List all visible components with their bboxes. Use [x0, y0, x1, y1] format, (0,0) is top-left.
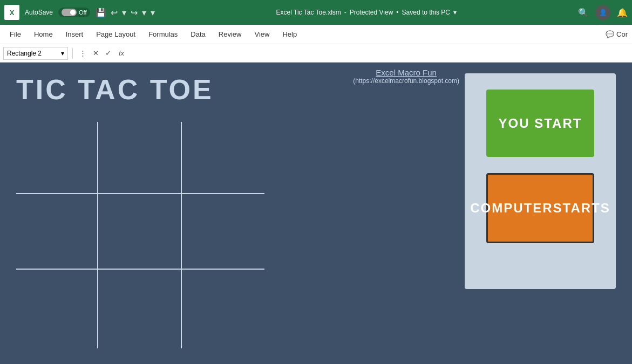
toolbar-icons: 💾 ↩ ▾ ↪ ▾ ▾ — [96, 8, 155, 18]
menu-file[interactable]: File — [4, 28, 26, 40]
main-content: TIC TAC TOE Excel Macro Fun (https://exc… — [0, 63, 632, 364]
menu-insert[interactable]: Insert — [60, 28, 89, 40]
horizontal-line-1 — [16, 193, 264, 194]
title-bar-center: Excel Tic Tac Toe.xlsm - Protected View … — [160, 9, 573, 16]
autosave-toggle[interactable]: Off — [58, 8, 90, 17]
notification-bell-icon[interactable]: 🔔 — [617, 8, 628, 18]
comments-label: Cor — [616, 30, 628, 38]
undo-icon[interactable]: ↩ — [111, 8, 118, 18]
game-grid — [16, 122, 264, 348]
title-bar: X AutoSave Off 💾 ↩ ▾ ↪ ▾ ▾ Excel Tic Tac… — [0, 0, 632, 25]
comments-button[interactable]: 💬 Cor — [606, 30, 628, 38]
right-panel: YOU START COMPUTER STARTS — [465, 73, 616, 289]
excel-logo: X — [4, 5, 19, 20]
cell-name: Rectangle 2 — [7, 50, 42, 57]
separator2: • — [396, 9, 398, 16]
cancel-formula-icon[interactable]: ✕ — [91, 48, 101, 58]
autosave-label: AutoSave — [25, 9, 53, 16]
formula-input[interactable] — [130, 47, 629, 60]
brand-url: (https://excelmacrofun.blogspot.com) — [353, 77, 459, 85]
redo-icon[interactable]: ↪ — [131, 8, 138, 18]
formula-icons: ✕ ✓ — [91, 48, 113, 58]
menu-page-layout[interactable]: Page Layout — [91, 28, 141, 40]
you-start-button[interactable]: YOU START — [486, 90, 594, 157]
vertical-line-2 — [181, 122, 182, 348]
formula-bar: Rectangle 2 ▾ ⋮ ✕ ✓ fx — [0, 44, 632, 63]
menu-view[interactable]: View — [249, 28, 275, 40]
fx-icon[interactable]: fx — [115, 48, 127, 58]
redo-dropdown-icon[interactable]: ▾ — [142, 8, 146, 18]
filename: Excel Tic Tac Toe.xlsm — [276, 9, 341, 16]
menu-bar: File Home Insert Page Layout Formulas Da… — [0, 25, 632, 44]
computer-starts-line2: STARTS — [553, 201, 610, 216]
search-icon[interactable]: 🔍 — [578, 8, 589, 18]
menu-review[interactable]: Review — [213, 28, 247, 40]
confirm-formula-icon[interactable]: ✓ — [103, 48, 113, 58]
comments-icon: 💬 — [606, 30, 614, 38]
customize-icon[interactable]: ▾ — [151, 8, 155, 18]
user-avatar[interactable]: 👤 — [595, 5, 610, 20]
saved-dropdown-icon[interactable]: ▾ — [453, 9, 457, 16]
saved-state: Saved to this PC — [402, 9, 450, 16]
cell-name-box[interactable]: Rectangle 2 ▾ — [3, 47, 68, 60]
toggle-state: Off — [79, 9, 86, 16]
computer-starts-line1: COMPUTER — [470, 201, 553, 216]
protected-view: Protected View — [350, 9, 393, 16]
menu-formulas[interactable]: Formulas — [143, 28, 183, 40]
horizontal-line-2 — [16, 269, 264, 270]
title-bar-right: 🔍 👤 🔔 — [578, 5, 628, 20]
formula-bar-options-icon[interactable]: ⋮ — [77, 48, 89, 58]
separator1: - — [344, 9, 346, 16]
menu-home[interactable]: Home — [29, 28, 58, 40]
undo-dropdown-icon[interactable]: ▾ — [122, 8, 126, 18]
vertical-line-1 — [97, 122, 98, 348]
computer-starts-button[interactable]: COMPUTER STARTS — [486, 173, 594, 243]
toggle-knob — [62, 9, 77, 16]
cell-name-dropdown-icon[interactable]: ▾ — [61, 50, 64, 57]
menu-help[interactable]: Help — [277, 28, 302, 40]
left-side: TIC TAC TOE — [16, 73, 465, 348]
save-icon[interactable]: 💾 — [96, 8, 106, 18]
menu-data[interactable]: Data — [185, 28, 210, 40]
formula-bar-divider — [72, 48, 73, 59]
brand-name[interactable]: Excel Macro Fun — [353, 68, 459, 77]
branding: Excel Macro Fun (https://excelmacrofun.b… — [353, 68, 459, 85]
